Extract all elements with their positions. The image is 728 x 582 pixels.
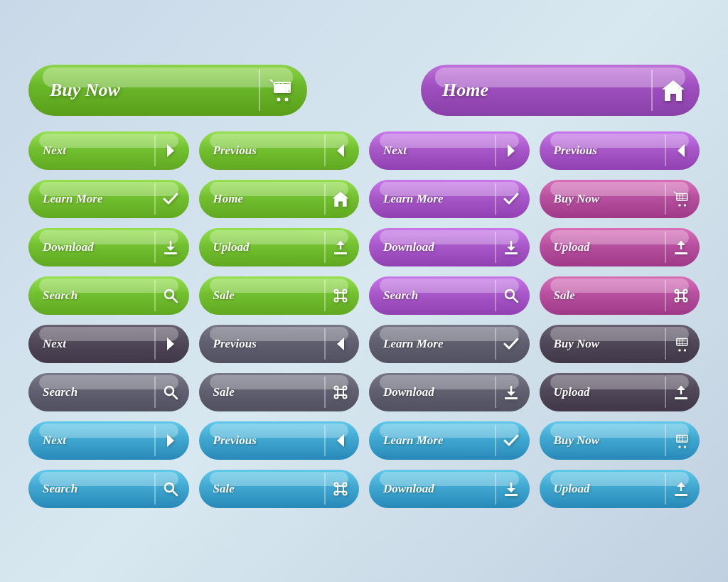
svg-line-66	[172, 394, 177, 399]
buy-now-button-dark[interactable]: Buy Now	[540, 325, 700, 363]
sale-button-blue[interactable]: Sale	[199, 470, 360, 508]
sale-button-dark[interactable]: Sale	[199, 373, 360, 411]
sale-button-green[interactable]: Sale	[199, 276, 360, 315]
svg-rect-58	[677, 338, 687, 345]
learn-more-label-2: Learn More	[383, 192, 444, 206]
download-icon-2	[495, 232, 526, 263]
search-button-dark[interactable]: Search	[28, 373, 189, 411]
svg-marker-12	[332, 191, 348, 206]
chevron-left-icon-3	[324, 328, 355, 360]
svg-rect-84	[677, 435, 687, 442]
svg-marker-83	[337, 434, 344, 447]
home-button-green[interactable]: Home	[199, 180, 360, 218]
learn-more-button-blue[interactable]: Learn More	[369, 421, 530, 460]
upload-button-blue[interactable]: Upload	[540, 470, 700, 508]
svg-marker-8	[167, 144, 174, 157]
upload-button-dark[interactable]: Upload	[540, 373, 700, 411]
previous-button-purple[interactable]: Previous	[540, 131, 700, 170]
cart-icon-4	[665, 425, 696, 456]
svg-rect-36	[338, 293, 343, 298]
svg-rect-31	[675, 252, 687, 254]
buy-now-label-3: Buy Now	[554, 337, 600, 351]
previous-button-blue[interactable]: Previous	[199, 421, 360, 460]
sale-label-3: Sale	[213, 385, 235, 399]
sale-label: Sale	[213, 289, 235, 303]
learn-more-button-green[interactable]: Learn More	[28, 180, 189, 218]
buy-now-button-blue[interactable]: Buy Now	[540, 421, 700, 460]
previous-label-4: Previous	[213, 433, 257, 448]
download-button-blue[interactable]: Download	[369, 470, 530, 508]
upload-icon-3	[665, 377, 696, 408]
previous-button-dark[interactable]: Previous	[199, 325, 360, 363]
svg-rect-67	[338, 389, 343, 395]
svg-line-46	[513, 297, 518, 302]
svg-rect-93	[338, 486, 343, 492]
cart-icon	[259, 70, 301, 111]
search-button-purple[interactable]: Search	[369, 276, 530, 315]
next-button-blue[interactable]: Next	[28, 421, 189, 460]
command-icon-4	[324, 473, 355, 505]
previous-label-3: Previous	[213, 337, 257, 351]
chevron-right-icon-3	[154, 328, 186, 360]
upload-button-green[interactable]: Upload	[199, 228, 360, 266]
svg-marker-10	[508, 144, 515, 157]
search-label-2: Search	[383, 289, 418, 303]
svg-line-92	[172, 490, 177, 495]
checkmark-icon-3	[495, 328, 526, 360]
download-button-dark[interactable]: Download	[369, 373, 530, 411]
svg-point-19	[684, 204, 686, 206]
svg-rect-102	[505, 494, 518, 496]
chevron-left-icon-4	[324, 425, 355, 456]
home-label: Home	[442, 80, 488, 101]
upload-label: Upload	[213, 240, 250, 254]
previous-button-green[interactable]: Previous	[199, 131, 360, 170]
home-button[interactable]: Home	[421, 65, 700, 116]
chevron-left-icon-2	[665, 135, 696, 166]
search-button-blue[interactable]: Search	[28, 470, 189, 508]
row-7: Next Previous Learn More Buy Now	[28, 421, 700, 460]
svg-point-1	[285, 97, 289, 101]
download-label-3: Download	[383, 385, 434, 399]
download-label-2: Download	[383, 240, 434, 254]
buy-now-button-pink[interactable]: Buy Now	[540, 180, 700, 218]
svg-rect-79	[675, 397, 687, 399]
cart-icon-3	[665, 328, 696, 360]
next-label: Next	[43, 144, 66, 158]
svg-marker-78	[507, 392, 515, 396]
next-button-green[interactable]: Next	[28, 131, 189, 170]
next-label-3: Next	[43, 337, 66, 351]
svg-rect-28	[505, 252, 518, 254]
top-row: Buy Now Home	[28, 65, 700, 116]
row-1: Next Previous Next Previous	[28, 131, 700, 170]
svg-rect-76	[505, 397, 518, 399]
search-icon-3	[154, 377, 186, 408]
checkmark-icon-2	[495, 183, 526, 215]
sale-label-4: Sale	[213, 482, 235, 496]
next-button-dark[interactable]: Next	[28, 325, 189, 363]
search-button-green[interactable]: Search	[28, 276, 189, 315]
svg-marker-27	[336, 241, 345, 245]
sale-button-pink[interactable]: Sale	[540, 276, 700, 315]
download-icon	[154, 232, 186, 263]
command-icon-2	[665, 280, 696, 311]
upload-button-pink[interactable]: Upload	[540, 228, 700, 266]
svg-point-89	[678, 446, 680, 448]
buy-now-label-4: Buy Now	[554, 433, 600, 448]
chevron-right-icon-4	[154, 425, 186, 456]
learn-more-button-purple[interactable]: Learn More	[369, 180, 530, 218]
checkmark-icon-4	[495, 425, 526, 456]
upload-icon-4	[665, 473, 696, 505]
download-button-green[interactable]: Download	[28, 228, 189, 266]
row-5: Next Previous Learn More Buy Now	[28, 325, 700, 363]
sale-label-2: Sale	[554, 289, 575, 303]
upload-label-4: Upload	[554, 482, 590, 496]
search-label-3: Search	[43, 385, 77, 399]
next-button-purple[interactable]: Next	[369, 131, 530, 170]
svg-marker-33	[677, 241, 685, 245]
buy-now-button[interactable]: Buy Now	[28, 65, 307, 116]
download-button-purple[interactable]: Download	[369, 228, 530, 266]
search-icon-2	[495, 280, 526, 311]
svg-marker-24	[166, 247, 175, 251]
learn-more-button-dark[interactable]: Learn More	[369, 325, 530, 363]
chevron-right-icon-2	[495, 135, 526, 166]
